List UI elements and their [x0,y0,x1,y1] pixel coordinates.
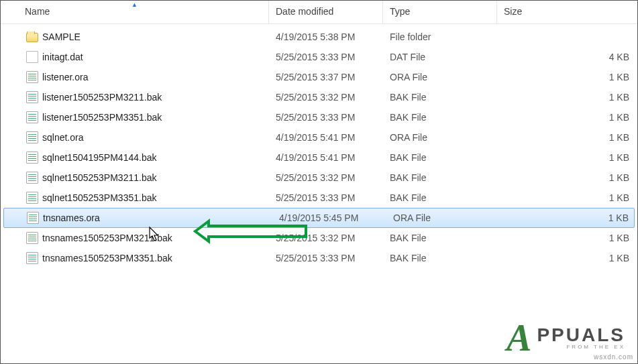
file-date-cell: 4/19/2015 5:45 PM [272,213,386,223]
file-row[interactable]: sqlnet.ora4/19/2015 5:41 PMORA File1 KB [1,127,637,147]
file-size-cell: 1 KB [497,72,637,82]
file-name-label: tnsnames1505253PM3211.bak [42,233,172,243]
file-type-cell: BAK File [383,172,497,183]
file-name-label: sqlnet1505253PM3211.bak [42,172,156,183]
file-type-cell: File folder [383,32,497,42]
file-name-label: initagt.dat [42,52,83,62]
file-icon [26,232,38,244]
file-type-cell: ORA File [383,72,497,82]
file-type-cell: DAT File [383,52,497,62]
file-name-cell: sqlnet1505253PM3351.bak [1,192,269,204]
file-type-cell: BAK File [383,112,497,123]
sort-ascending-icon: ▲ [131,1,138,8]
file-name-label: SAMPLE [42,32,81,42]
file-name-cell: tnsnames.ora [4,212,272,224]
file-icon [26,151,38,164]
file-type-cell: ORA File [383,132,497,143]
file-row[interactable]: listener1505253PM3211.bak5/25/2015 3:32 … [1,87,637,107]
file-icon [26,51,38,63]
file-size-cell: 1 KB [497,233,637,243]
file-size-cell: 4 KB [497,52,637,62]
file-name-cell: sqlnet1504195PM4144.bak [1,151,269,164]
footer-attribution: wsxdn.com [594,353,633,361]
file-row[interactable]: tnsnames.ora4/19/2015 5:45 PMORA File1 K… [3,208,635,228]
file-name-cell: tnsnames1505253PM3351.bak [1,252,269,264]
column-date-label: Date modified [276,6,333,17]
file-row[interactable]: SAMPLE4/19/2015 5:38 PMFile folder [1,27,637,47]
file-date-cell: 4/19/2015 5:41 PM [269,152,383,163]
file-type-cell: BAK File [383,152,497,163]
file-icon [26,91,38,103]
file-date-cell: 5/25/2015 3:32 PM [269,233,383,243]
column-header-row: ▲ Name Date modified Type Size [1,1,637,24]
file-type-cell: ORA File [386,213,500,223]
file-date-cell: 5/25/2015 3:32 PM [269,172,383,183]
file-icon [26,252,38,264]
file-row[interactable]: sqlnet1505253PM3351.bak5/25/2015 3:33 PM… [1,188,637,208]
file-row[interactable]: sqlnet1504195PM4144.bak4/19/2015 5:41 PM… [1,147,637,168]
file-name-cell: sqlnet1505253PM3211.bak [1,172,269,184]
file-date-cell: 4/19/2015 5:38 PM [269,32,383,42]
file-explorer[interactable]: ▲ Name Date modified Type Size SAMPLE4/1… [1,1,637,363]
file-size-cell: 1 KB [497,192,637,203]
file-icon [26,192,38,204]
file-size-cell: 1 KB [497,132,637,143]
file-name-label: listener1505253PM3351.bak [42,112,162,123]
file-size-cell: 1 KB [500,213,634,223]
watermark-logo: A PPUALS FROM THE EX [507,325,625,351]
column-header-size[interactable]: Size [497,1,637,23]
file-name-label: listener1505253PM3211.bak [42,92,162,103]
file-type-cell: BAK File [383,92,497,103]
file-name-cell: listener1505253PM3351.bak [1,111,269,123]
file-name-cell: SAMPLE [1,32,269,42]
file-list: SAMPLE4/19/2015 5:38 PMFile folderinitag… [1,24,637,268]
watermark-logo-a: A [507,325,531,351]
file-name-cell: tnsnames1505253PM3211.bak [1,232,269,244]
file-row[interactable]: tnsnames1505253PM3211.bak5/25/2015 3:32 … [1,228,637,248]
watermark-main-text: PPUALS [537,326,625,345]
file-type-cell: BAK File [383,192,497,203]
column-header-date[interactable]: Date modified [269,1,383,23]
file-date-cell: 5/25/2015 3:33 PM [269,192,383,203]
file-icon [27,212,39,224]
file-icon [26,131,38,143]
file-name-label: tnsnames.ora [43,213,100,223]
file-name-label: sqlnet.ora [42,132,83,143]
file-size-cell: 1 KB [497,152,637,163]
file-date-cell: 5/25/2015 3:32 PM [269,92,383,103]
file-date-cell: 5/25/2015 3:33 PM [269,253,383,263]
file-icon [26,71,38,83]
file-name-cell: sqlnet.ora [1,131,269,143]
file-name-label: sqlnet1504195PM4144.bak [42,152,156,163]
file-row[interactable]: sqlnet1505253PM3211.bak5/25/2015 3:32 PM… [1,168,637,188]
file-date-cell: 4/19/2015 5:41 PM [269,132,383,143]
file-name-cell: listener1505253PM3211.bak [1,91,269,103]
file-row[interactable]: initagt.dat5/25/2015 3:33 PMDAT File4 KB [1,47,637,67]
file-date-cell: 5/25/2015 3:33 PM [269,112,383,123]
file-row[interactable]: listener.ora5/25/2015 3:37 PMORA File1 K… [1,67,637,87]
column-name-label: Name [25,6,50,17]
file-type-cell: BAK File [383,233,497,243]
column-header-name[interactable]: ▲ Name [1,1,269,23]
column-type-label: Type [390,6,410,17]
file-icon [26,111,38,123]
file-size-cell: 1 KB [497,253,637,263]
file-name-cell: initagt.dat [1,51,269,63]
file-size-cell: 1 KB [497,172,637,183]
file-row[interactable]: tnsnames1505253PM3351.bak5/25/2015 3:33 … [1,248,637,268]
file-name-label: listener.ora [42,72,88,82]
file-icon [26,172,38,184]
column-size-label: Size [504,6,522,17]
file-type-cell: BAK File [383,253,497,263]
watermark-sub-text: FROM THE EX [537,345,625,350]
column-header-type[interactable]: Type [383,1,497,23]
file-name-label: tnsnames1505253PM3351.bak [42,253,172,263]
file-size-cell: 1 KB [497,112,637,123]
file-name-cell: listener.ora [1,71,269,83]
file-size-cell: 1 KB [497,92,637,103]
file-date-cell: 5/25/2015 3:37 PM [269,72,383,82]
file-name-label: sqlnet1505253PM3351.bak [42,192,156,203]
file-date-cell: 5/25/2015 3:33 PM [269,52,383,62]
folder-icon [26,33,38,42]
file-row[interactable]: listener1505253PM3351.bak5/25/2015 3:33 … [1,107,637,127]
